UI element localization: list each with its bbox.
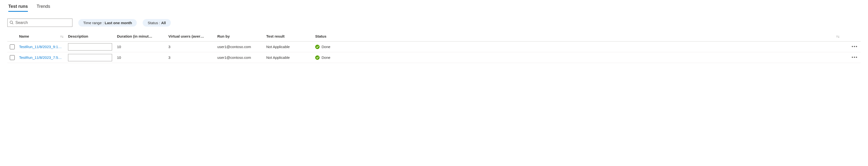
table-header: Name ↑↓ Description Duration (in minut… … xyxy=(7,31,861,42)
table-row: TestRun_11/8/2023_7:5… 10 3 user1@contos… xyxy=(7,52,861,63)
row-checkbox[interactable] xyxy=(10,44,15,49)
row-run-by: user1@contoso.com xyxy=(217,45,266,49)
row-virtual-users: 3 xyxy=(168,45,217,49)
row-checkbox-cell xyxy=(7,44,19,49)
row-status-text: Done xyxy=(321,45,330,49)
filter-status[interactable]: Status : All xyxy=(143,19,170,27)
filter-status-label: Status : xyxy=(148,21,161,25)
more-icon[interactable]: ••• xyxy=(850,43,859,50)
tabs: Test runs Trends xyxy=(7,2,861,12)
col-status-sort[interactable]: ↑↓ xyxy=(347,34,846,38)
test-runs-table: Name ↑↓ Description Duration (in minut… … xyxy=(7,31,861,63)
row-test-result: Not Applicable xyxy=(266,55,315,59)
filter-time-range[interactable]: Time range : Last one month xyxy=(78,19,137,27)
search-icon xyxy=(9,20,13,25)
svg-line-1 xyxy=(12,23,13,24)
filter-row: Time range : Last one month Status : All xyxy=(7,18,861,27)
search-box[interactable] xyxy=(7,18,72,27)
row-duration: 10 xyxy=(117,45,168,49)
row-virtual-users: 3 xyxy=(168,55,217,59)
row-name[interactable]: TestRun_11/8/2023_9:1… xyxy=(19,45,68,49)
description-input[interactable] xyxy=(68,43,112,50)
row-description xyxy=(68,54,117,61)
col-status[interactable]: Status xyxy=(315,34,347,38)
search-input[interactable] xyxy=(16,20,70,25)
row-duration: 10 xyxy=(117,55,168,59)
col-duration[interactable]: Duration (in minut… xyxy=(117,34,168,38)
row-status: Done xyxy=(315,45,347,49)
row-actions: ••• xyxy=(846,43,861,50)
filter-time-range-value: Last one month xyxy=(105,21,132,25)
col-name[interactable]: Name ↑↓ xyxy=(19,34,68,38)
check-circle-icon xyxy=(315,45,319,49)
description-input[interactable] xyxy=(68,54,112,61)
sort-icon[interactable]: ↑↓ xyxy=(60,34,66,38)
row-description xyxy=(68,43,117,50)
tab-test-runs[interactable]: Test runs xyxy=(8,2,28,11)
col-run-by[interactable]: Run by xyxy=(217,34,266,38)
row-checkbox-cell xyxy=(7,55,19,60)
tab-trends[interactable]: Trends xyxy=(37,2,50,11)
row-name[interactable]: TestRun_11/8/2023_7:5… xyxy=(19,55,68,59)
row-test-result: Not Applicable xyxy=(266,45,315,49)
sort-icon[interactable]: ↑↓ xyxy=(836,34,842,38)
more-icon[interactable]: ••• xyxy=(850,54,859,61)
col-virtual-users[interactable]: Virtual users (aver… xyxy=(168,34,217,38)
check-circle-icon xyxy=(315,55,319,60)
filter-time-range-label: Time range : xyxy=(83,21,105,25)
row-actions: ••• xyxy=(846,54,861,61)
row-run-by: user1@contoso.com xyxy=(217,55,266,59)
col-name-label: Name xyxy=(19,34,29,38)
row-checkbox[interactable] xyxy=(10,55,15,60)
col-test-result[interactable]: Test result xyxy=(266,34,315,38)
row-status-text: Done xyxy=(321,55,330,59)
row-status: Done xyxy=(315,55,347,60)
svg-point-0 xyxy=(10,21,12,23)
filter-status-value: All xyxy=(161,21,166,25)
col-description[interactable]: Description xyxy=(68,34,117,38)
table-row: TestRun_11/8/2023_9:1… 10 3 user1@contos… xyxy=(7,42,861,52)
